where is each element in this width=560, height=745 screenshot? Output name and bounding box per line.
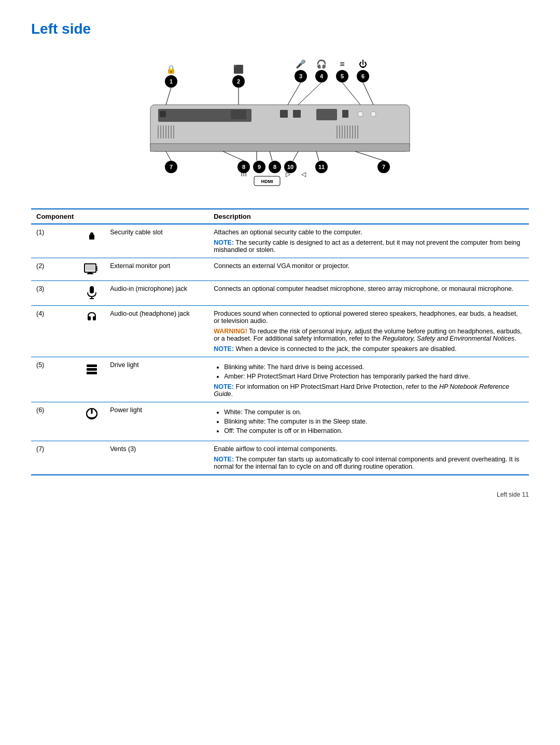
component-num: (2) [31,258,79,281]
svg-text:▷: ▷ [286,171,291,178]
svg-line-65 [166,151,171,161]
component-name: Security cable slot [105,224,208,258]
page-title: Left side [31,21,529,37]
component-num: (6) [31,402,79,441]
component-desc: Connects an optional computer headset mi… [208,281,529,306]
svg-text:HDMI: HDMI [261,179,273,184]
svg-rect-86 [96,270,97,271]
component-num: (5) [31,357,79,402]
svg-rect-5 [280,110,288,118]
svg-line-71 [355,151,384,161]
svg-rect-1 [150,144,410,151]
svg-rect-85 [96,268,97,269]
svg-text:8: 8 [273,164,276,170]
svg-point-10 [371,111,376,117]
svg-text:≡: ≡ [340,60,344,68]
svg-text:2: 2 [237,78,240,85]
svg-rect-3 [160,111,166,117]
svg-text:5: 5 [341,73,344,79]
svg-line-68 [270,151,272,161]
component-desc: Enable airflow to cool internal componen… [208,441,529,475]
table-row: (3) Audio-in (microphone) jack Connects … [31,281,529,306]
svg-line-70 [316,151,319,161]
svg-text:⬛: ⬛ [233,64,244,74]
table-row: (6) Power light White: The computer is o… [31,402,529,441]
component-name: Drive light [105,357,208,402]
svg-rect-8 [342,110,348,118]
laptop-diagram: 1 2 3 4 5 6 🔒 ⬛ 🎤 🎧 ≡ ⏻ [31,48,529,198]
svg-text:6: 6 [361,73,365,79]
component-icon [79,357,105,402]
svg-rect-4 [231,110,246,119]
svg-line-69 [293,151,298,161]
component-num: (3) [31,281,79,306]
component-name: Power light [105,402,208,441]
component-name: Vents (3) [105,441,208,475]
svg-text:⏻: ⏻ [359,60,367,68]
component-name: Audio-in (microphone) jack [105,281,208,306]
component-num: (1) [31,224,79,258]
component-desc: Attaches an optional security cable to t… [208,224,529,258]
svg-rect-92 [87,372,97,374]
svg-line-66 [223,151,244,161]
svg-point-9 [358,111,363,117]
component-num: (7) [31,441,79,475]
svg-rect-83 [87,273,93,274]
svg-rect-91 [87,368,97,371]
svg-rect-87 [90,286,94,293]
component-desc: Blinking white: The hard drive is being … [208,357,529,402]
svg-rect-84 [96,266,97,268]
col-header-description: Description [208,209,529,224]
svg-text:10: 10 [287,164,293,170]
component-icon [79,224,105,258]
svg-text:🎧: 🎧 [316,59,327,69]
svg-text:◁: ◁ [301,171,306,178]
diagram-svg: 1 2 3 4 5 6 🔒 ⬛ 🎤 🎧 ≡ ⏻ [119,48,441,198]
svg-rect-6 [293,110,301,118]
svg-rect-7 [316,109,337,120]
table-row: (5) Drive light Blinking white: The hard… [31,357,529,402]
svg-text:7: 7 [170,164,173,170]
table-row: (4) Audio-out (headphone) jack Produces … [31,306,529,357]
svg-rect-82 [88,272,92,273]
component-icon [79,402,105,441]
svg-text:11: 11 [318,164,325,170]
component-icon [79,306,105,357]
svg-text:4: 4 [320,73,324,79]
table-row: (1) Security cable slot Attaches an opti… [31,224,529,258]
svg-line-50 [363,82,373,105]
svg-text:3: 3 [299,73,302,79]
component-table: Component Description (1) Security cable… [31,208,529,475]
svg-text:1: 1 [170,78,173,85]
svg-line-48 [298,82,321,105]
component-name: External monitor port [105,258,208,281]
footer-text: Left side 11 [497,491,529,498]
component-icon [79,258,105,281]
component-desc: Produces sound when connected to optiona… [208,306,529,357]
table-row: (7) Vents (3) Enable airflow to cool int… [31,441,529,475]
svg-line-49 [342,82,360,105]
col-header-component: Component [31,209,79,224]
svg-text:🎤: 🎤 [296,59,306,69]
component-name: Audio-out (headphone) jack [105,306,208,357]
table-row: (2) External monitor port Connects an ex… [31,258,529,281]
page-footer: Left side 11 [31,491,529,498]
component-desc: White: The computer is on. Blinking whit… [208,402,529,441]
svg-rect-81 [86,265,95,271]
component-icon [79,441,105,475]
svg-text:7: 7 [382,164,385,170]
svg-text:⁞⁞⁞: ⁞⁞⁞ [241,170,247,178]
svg-line-47 [288,82,301,105]
component-desc: Connects an external VGA monitor or proj… [208,258,529,281]
svg-line-45 [166,88,171,105]
component-icon [79,281,105,306]
svg-text:9: 9 [258,164,261,170]
component-num: (4) [31,306,79,357]
svg-text:🔒: 🔒 [166,64,176,74]
svg-rect-90 [87,364,97,367]
